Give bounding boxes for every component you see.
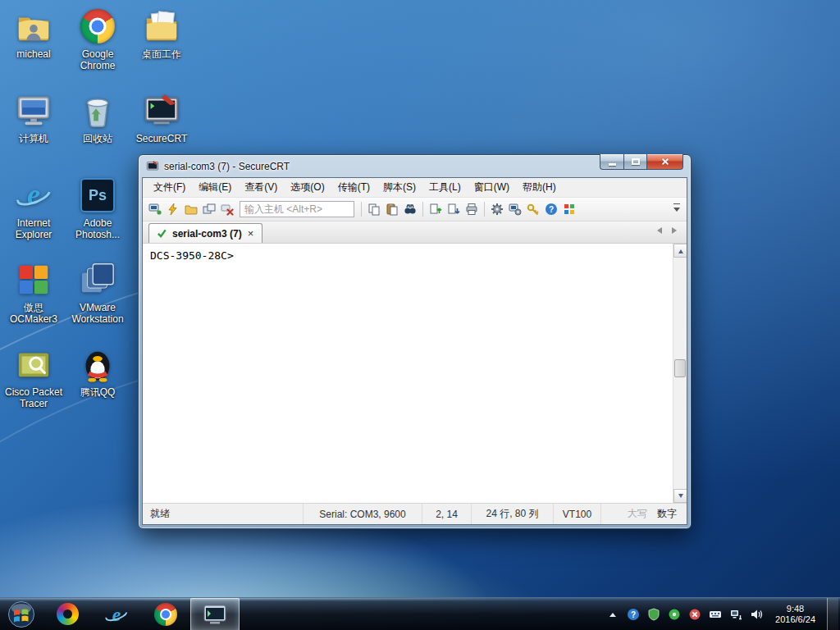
session-tab-active[interactable]: serial-com3 (7) × (148, 223, 262, 243)
tray-volume-icon[interactable] (749, 607, 764, 622)
menu-help[interactable]: 帮助(H) (516, 178, 563, 197)
maximize-icon (632, 158, 640, 165)
chrome-icon (78, 7, 117, 46)
key-agent-button[interactable] (524, 200, 542, 218)
desktop-icon-label: SecureCRT (136, 133, 187, 144)
paste-button[interactable] (383, 200, 401, 218)
find-button[interactable] (401, 200, 419, 218)
tab-close-button[interactable]: × (247, 229, 255, 239)
host-input[interactable] (240, 201, 354, 217)
tray-input-method-icon[interactable] (708, 607, 723, 622)
desktop-icon-label: Internet Explorer (2, 217, 65, 240)
menu-edit[interactable]: 编辑(E) (192, 178, 238, 197)
status-bar: 就绪 Serial: COM3, 9600 2, 14 24 行, 80 列 V… (143, 503, 687, 524)
copy-button[interactable] (365, 200, 383, 218)
taskbar-app-chrome[interactable] (141, 598, 190, 630)
chrome-icon (154, 603, 177, 626)
download-button[interactable] (445, 200, 463, 218)
folder-icon (142, 7, 181, 46)
options-button[interactable] (488, 200, 506, 218)
terminal-scrollbar[interactable] (673, 244, 687, 503)
tray-online-status-icon[interactable] (667, 607, 682, 622)
tray-error-status-icon[interactable] (687, 607, 702, 622)
scroll-up-button[interactable] (673, 244, 687, 258)
desktop-icon-label: 桌面工作 (142, 48, 181, 60)
session-manager-button[interactable] (182, 200, 200, 218)
desktop-icon-qq[interactable]: 腾讯QQ (66, 343, 130, 427)
status-ready: 就绪 (143, 504, 304, 524)
desktop-icon-label: 计算机 (19, 133, 48, 144)
help-button[interactable]: ? (542, 200, 560, 218)
internet-explorer-icon: e (104, 602, 129, 627)
desktop-icon-micheal[interactable]: micheal (2, 5, 66, 89)
scroll-down-button[interactable] (673, 489, 687, 503)
desktop-icon-photoshop[interactable]: Ps Adobe Photosh... (66, 174, 130, 258)
computer-icon (14, 91, 53, 130)
status-serial-connection: Serial: COM3, 9600 (304, 504, 422, 524)
window-titlebar[interactable]: serial-com3 (7) - SecureCRT (139, 155, 691, 177)
svg-text:?: ? (549, 205, 554, 214)
photoshop-icon: Ps (78, 176, 117, 215)
desktop-icon-google-chrome[interactable]: Google Chrome (66, 5, 130, 89)
session-options-button[interactable] (506, 200, 524, 218)
start-button[interactable] (0, 598, 43, 630)
menu-file[interactable]: 文件(F) (147, 178, 192, 197)
securecrt-icon (142, 91, 181, 130)
desktop-icon-label: Adobe Photosh... (66, 217, 129, 240)
desktop-icon-desktop-work-folder[interactable]: 桌面工作 (130, 5, 194, 89)
taskbar-app-securecrt-active[interactable] (190, 598, 240, 630)
desktop-icon-computer[interactable]: 计算机 (2, 89, 66, 174)
upload-button[interactable] (427, 200, 445, 218)
disconnect-button[interactable] (218, 200, 236, 218)
toolbar: ? (143, 198, 687, 221)
menu-view[interactable]: 查看(V) (238, 178, 284, 197)
menu-bar: 文件(F) 编辑(E) 查看(V) 选项(O) 传输(T) 脚本(S) 工具(L… (143, 178, 687, 198)
clone-session-button[interactable] (200, 200, 218, 218)
desktop-icon-vmware[interactable]: VMware Workstation (66, 258, 130, 343)
packet-tracer-icon (14, 345, 53, 384)
menu-window[interactable]: 窗口(W) (468, 178, 516, 197)
scrollbar-thumb[interactable] (674, 359, 686, 377)
menu-script[interactable]: 脚本(S) (377, 178, 422, 197)
minimize-button[interactable] (600, 154, 623, 170)
hidden-icons-chevron[interactable] (605, 607, 620, 622)
tray-help-icon[interactable]: ? (626, 607, 641, 622)
tray-security-icon[interactable] (646, 607, 661, 622)
show-desktop-button[interactable] (827, 598, 838, 630)
status-terminal-size: 24 行, 80 列 (472, 504, 554, 524)
connect-button[interactable] (146, 200, 164, 218)
window-controls (600, 154, 683, 170)
close-button[interactable] (646, 154, 683, 170)
toolbar-separator (484, 202, 485, 217)
tray-network-icon[interactable] (728, 607, 743, 622)
taskbar-app-sogou[interactable] (43, 598, 92, 630)
taskbar-app-internet-explorer[interactable]: e (92, 598, 141, 630)
desktop-icon-label: 腾讯QQ (80, 386, 116, 398)
scrollbar-track[interactable] (673, 258, 687, 489)
status-emulation: VT100 (554, 504, 601, 524)
menu-tools[interactable]: 工具(L) (422, 178, 468, 197)
menu-options[interactable]: 选项(O) (284, 178, 331, 197)
menu-transfer[interactable]: 传输(T) (331, 178, 377, 197)
desktop-icon-internet-explorer[interactable]: e Internet Explorer (2, 174, 66, 258)
desktop-icon-ocmaker[interactable]: 傲思 OCMaker3 (2, 258, 66, 343)
print-button[interactable] (463, 200, 481, 218)
tab-scroll-left-button[interactable] (654, 227, 662, 234)
maximize-button[interactable] (623, 154, 646, 170)
overflow-icon (673, 203, 680, 205)
taskbar-clock[interactable]: 9:48 2016/6/24 (769, 604, 821, 625)
desktop-icon-label: micheal (16, 48, 50, 60)
tab-scroll-right-button[interactable] (672, 227, 680, 234)
toolbar-overflow-button[interactable] (670, 199, 683, 219)
minimize-icon (609, 163, 616, 166)
recycle-bin-icon (78, 91, 117, 130)
desktop: micheal 计算机 e Internet Explorer 傲思 OCMak… (0, 0, 840, 630)
system-tray: ? 9:48 2016/6/24 (605, 598, 840, 630)
quick-connect-button[interactable] (164, 200, 182, 218)
desktop-icon-cisco-packet-tracer[interactable]: Cisco Packet Tracer (2, 343, 66, 427)
svg-text:e: e (27, 179, 40, 212)
windows-logo-icon (7, 600, 35, 628)
terminal-area[interactable]: DCS-3950-28C> (143, 244, 687, 503)
app-grid-button[interactable] (560, 200, 578, 218)
desktop-icon-recycle-bin[interactable]: 回收站 (66, 89, 130, 174)
